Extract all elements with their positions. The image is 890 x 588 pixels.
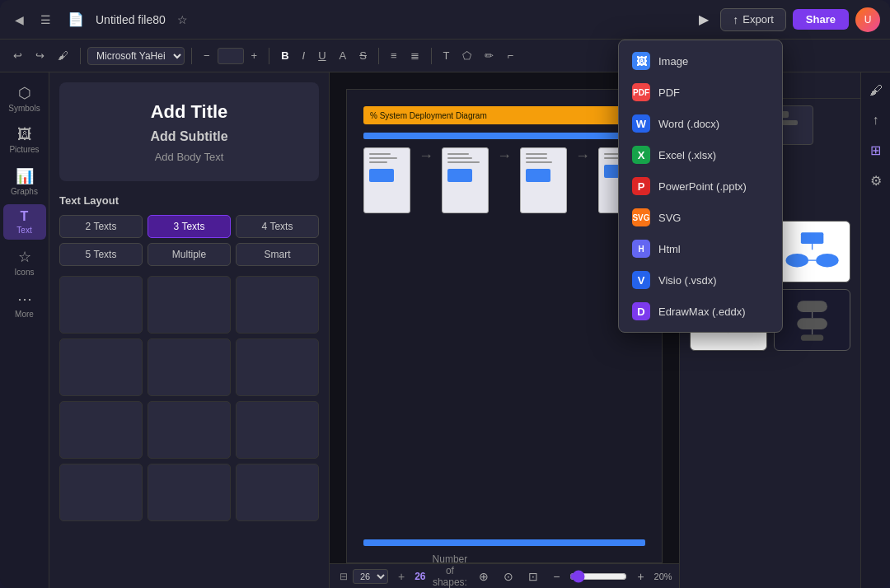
camera-button[interactable]: ⊙ bbox=[499, 567, 518, 586]
shape-line-1 bbox=[369, 153, 391, 155]
paint-right-button[interactable]: 🖌 bbox=[865, 79, 887, 102]
sidebar-item-icons[interactable]: ☆ Icons bbox=[3, 243, 46, 282]
toolbar-sep-2 bbox=[191, 48, 192, 64]
text-style-10[interactable] bbox=[59, 464, 143, 521]
canvas-content: % System Deployment Diagram → bbox=[346, 89, 663, 563]
settings-right-button[interactable]: ⚙ bbox=[866, 169, 886, 193]
file-name: Untitled file80 bbox=[96, 13, 166, 26]
text-style-6[interactable] bbox=[236, 338, 319, 396]
svg-point-8 bbox=[785, 254, 808, 267]
shape-line-2 bbox=[369, 157, 397, 159]
text-style-7[interactable] bbox=[59, 401, 143, 459]
play-button[interactable]: ▶ bbox=[694, 8, 714, 30]
layout-4texts[interactable]: 4 Texts bbox=[236, 215, 319, 238]
export-image-label: Image bbox=[658, 55, 688, 68]
toolbar-sep-1 bbox=[80, 48, 81, 64]
shape-line-6 bbox=[447, 161, 480, 163]
top-bar: ◀ ☰ 📄 Untitled file80 ☆ ▶ ↑ Export Share… bbox=[0, 0, 890, 40]
layout-2texts[interactable]: 2 Texts bbox=[59, 215, 143, 238]
strikethrough-button[interactable]: S bbox=[354, 47, 372, 64]
sidebar-item-more[interactable]: ⋯ More bbox=[3, 285, 46, 324]
add-page-button[interactable]: + bbox=[393, 567, 410, 586]
text-style-5[interactable] bbox=[148, 338, 231, 396]
grid-right-button[interactable]: ⊞ bbox=[866, 138, 885, 162]
corner-button[interactable]: ⌐ bbox=[502, 47, 518, 64]
export-pdf-icon: PDF bbox=[632, 83, 650, 101]
canvas-inner: % System Deployment Diagram → bbox=[347, 90, 662, 562]
svg-rect-18 bbox=[797, 319, 827, 330]
export-right-button[interactable]: ↑ bbox=[869, 109, 883, 132]
zoom-in-button[interactable]: + bbox=[632, 567, 649, 586]
canvas-shape-2 bbox=[442, 147, 489, 213]
canvas-frame: % System Deployment Diagram → bbox=[346, 89, 663, 563]
spacing-button[interactable]: ≣ bbox=[405, 47, 424, 64]
underline-button[interactable]: U bbox=[313, 47, 330, 64]
layout-multiple[interactable]: Multiple bbox=[148, 243, 231, 266]
export-excel[interactable]: X Excel (.xlsx) bbox=[619, 139, 782, 170]
sidebar-item-more-label: More bbox=[15, 310, 34, 319]
fullscreen-button[interactable]: ⤢ bbox=[677, 567, 679, 586]
export-image[interactable]: 🖼 Image bbox=[619, 45, 782, 77]
layout-3texts[interactable]: 3 Texts bbox=[148, 215, 231, 238]
font-family-select[interactable]: Microsoft YaHei bbox=[87, 47, 185, 65]
canvas-shape-3 bbox=[520, 147, 567, 213]
text-style-1[interactable] bbox=[59, 276, 143, 334]
text-style-4[interactable] bbox=[59, 338, 143, 396]
canvas-header-bar: % System Deployment Diagram bbox=[363, 106, 645, 124]
font-color-button[interactable]: A bbox=[335, 47, 352, 64]
export-pdf[interactable]: PDF PDF bbox=[619, 77, 782, 108]
layout-smart[interactable]: Smart bbox=[236, 243, 319, 266]
shape-button[interactable]: ⬠ bbox=[457, 47, 476, 64]
layout-5texts[interactable]: 5 Texts bbox=[59, 243, 143, 266]
page-select[interactable]: 26 bbox=[353, 569, 388, 584]
bottom-left: ⊟ 26 + 26 bbox=[340, 567, 426, 586]
share-button[interactable]: Share bbox=[793, 9, 849, 30]
text-style-8[interactable] bbox=[148, 401, 231, 459]
font-size-input[interactable]: 10 bbox=[218, 48, 244, 64]
file-icon: 📄 bbox=[63, 8, 89, 30]
italic-button[interactable]: I bbox=[297, 47, 311, 64]
export-edrawmax[interactable]: D EdrawMax (.eddx) bbox=[619, 296, 782, 327]
star-button[interactable]: ☆ bbox=[172, 10, 193, 30]
export-word[interactable]: W Word (.docx) bbox=[619, 108, 782, 139]
export-button[interactable]: ↑ Export bbox=[720, 8, 786, 31]
theme-card-2[interactable] bbox=[774, 221, 851, 282]
map-button[interactable]: ⊡ bbox=[523, 567, 543, 586]
pen-button[interactable]: ✏ bbox=[480, 47, 499, 64]
sidebar-item-icons-label: Icons bbox=[15, 268, 35, 277]
layers-button[interactable]: ⊕ bbox=[474, 567, 494, 586]
export-svg[interactable]: SVG SVG bbox=[619, 202, 782, 233]
zoom-slider[interactable] bbox=[569, 570, 627, 583]
undo-button[interactable]: ↩ bbox=[8, 47, 27, 64]
redo-button[interactable]: ↪ bbox=[30, 47, 49, 64]
text-style-9[interactable] bbox=[236, 401, 319, 459]
font-size-control: − 10 + bbox=[199, 47, 262, 64]
sidebar-item-text[interactable]: T Text bbox=[3, 204, 46, 240]
export-powerpoint[interactable]: P PowerPoint (.pptx) bbox=[619, 170, 782, 202]
zoom-out-button[interactable]: − bbox=[548, 567, 564, 586]
text-style-12[interactable] bbox=[236, 464, 319, 521]
sidebar-item-graphs[interactable]: 📊 Graphs bbox=[3, 162, 46, 201]
text-format-button[interactable]: T bbox=[438, 47, 455, 64]
font-size-decrease[interactable]: − bbox=[199, 47, 215, 64]
export-powerpoint-icon: P bbox=[632, 177, 650, 195]
export-visio[interactable]: V Visio (.vsdx) bbox=[619, 264, 782, 296]
align-button[interactable]: ≡ bbox=[386, 47, 402, 64]
font-size-increase[interactable]: + bbox=[246, 47, 263, 64]
text-style-11[interactable] bbox=[148, 464, 231, 521]
sidebar-item-pictures[interactable]: 🖼 Pictures bbox=[3, 121, 46, 159]
bold-button[interactable]: B bbox=[276, 47, 293, 64]
text-style-2[interactable] bbox=[148, 276, 231, 334]
menu-button[interactable]: ☰ bbox=[35, 10, 56, 30]
export-html[interactable]: H Html bbox=[619, 233, 782, 264]
avatar: U bbox=[855, 7, 880, 32]
text-style-3[interactable] bbox=[236, 276, 319, 334]
top-bar-left: ◀ ☰ 📄 Untitled file80 ☆ bbox=[10, 8, 687, 30]
toolbar-sep-3 bbox=[269, 48, 269, 64]
sidebar-item-symbols[interactable]: ⬡ Symbols bbox=[3, 79, 46, 118]
theme-card-4[interactable] bbox=[774, 289, 851, 351]
back-button[interactable]: ◀ bbox=[10, 10, 29, 30]
export-visio-icon: V bbox=[632, 271, 650, 289]
sidebar-item-graphs-label: Graphs bbox=[11, 187, 38, 196]
paint-button[interactable]: 🖌 bbox=[53, 47, 73, 64]
